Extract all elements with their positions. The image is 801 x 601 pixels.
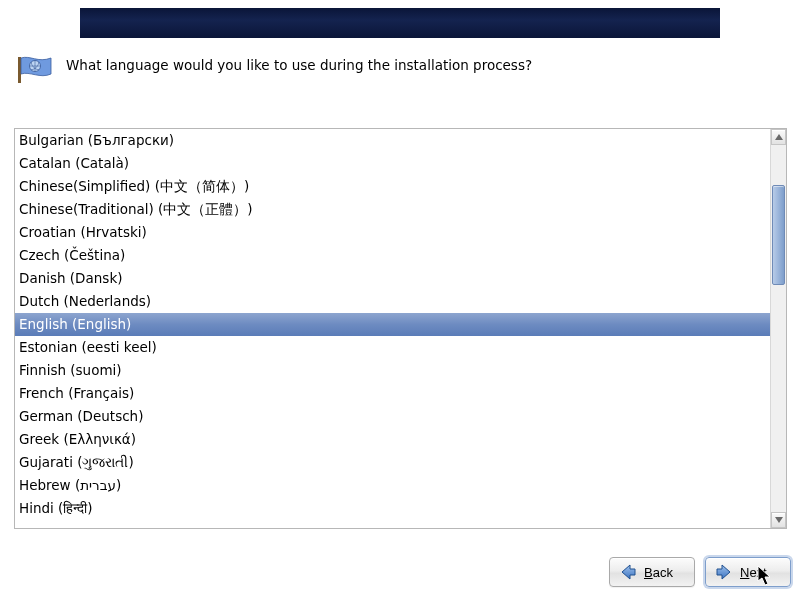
svg-rect-0 [18,57,21,83]
next-button[interactable]: Next [705,557,791,587]
language-option[interactable]: French (Français) [15,382,770,405]
language-option[interactable]: Finnish (suomi) [15,359,770,382]
language-option[interactable]: Bulgarian (Български) [15,129,770,152]
prompt-text: What language would you like to use duri… [66,55,532,74]
back-button[interactable]: Back [609,557,695,587]
language-option[interactable]: Dutch (Nederlands) [15,290,770,313]
button-bar: Back Next [609,557,791,587]
language-option[interactable]: Chinese(Traditional) (中文（正體）) [15,198,770,221]
header-banner [80,8,720,38]
language-list-container: Bulgarian (Български)Catalan (Català)Chi… [14,128,787,529]
language-option[interactable]: Chinese(Simplified) (中文（简体）) [15,175,770,198]
language-option[interactable]: German (Deutsch) [15,405,770,428]
scroll-track[interactable] [771,145,786,512]
language-option[interactable]: Croatian (Hrvatski) [15,221,770,244]
prompt-row: What language would you like to use duri… [18,55,538,85]
scroll-down-button[interactable] [771,512,786,528]
language-option[interactable]: Greek (Ελληνικά) [15,428,770,451]
language-option[interactable]: Danish (Dansk) [15,267,770,290]
language-option[interactable]: Hebrew (עברית) [15,474,770,497]
language-option[interactable]: Estonian (eesti keel) [15,336,770,359]
back-button-label: Back [644,565,673,580]
next-button-label: Next [740,565,767,580]
language-option[interactable]: English (English) [15,313,770,336]
arrow-left-icon [618,562,638,582]
language-flag-icon [18,55,54,85]
language-option[interactable]: Catalan (Català) [15,152,770,175]
scroll-thumb[interactable] [772,185,785,285]
language-option[interactable]: Czech (Čeština) [15,244,770,267]
language-list[interactable]: Bulgarian (Български)Catalan (Català)Chi… [15,129,770,528]
scroll-up-button[interactable] [771,129,786,145]
language-option[interactable]: Hindi (हिन्दी) [15,497,770,520]
scrollbar[interactable] [770,129,786,528]
language-option[interactable]: Gujarati (ગુજરાતી) [15,451,770,474]
arrow-right-icon [714,562,734,582]
